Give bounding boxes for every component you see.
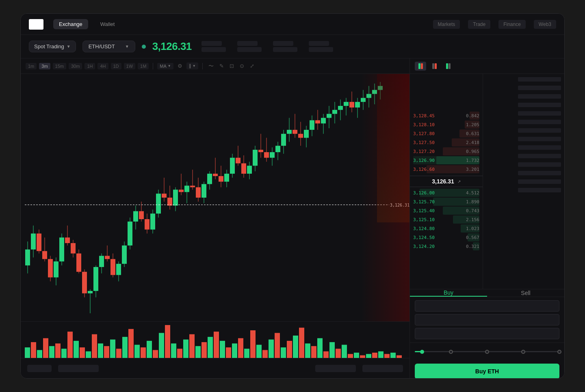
rt-row-9 <box>486 144 561 151</box>
slider-handle-25[interactable] <box>449 350 453 354</box>
bid-row-1: 3,126.00 4.512 <box>413 189 479 197</box>
sell-tab[interactable]: Sell <box>487 289 564 297</box>
ask-row-6: 3,126.90 1.732 <box>413 156 479 164</box>
stat-value-3 <box>309 47 333 52</box>
ask-size-3: 0.631 <box>455 131 479 136</box>
slider-area <box>410 342 564 360</box>
bids-section: 3,126.00 4.512 3,125.70 1.890 3,125.40 0… <box>410 187 483 289</box>
trade-tabs: Buy Sell <box>410 289 564 297</box>
wallet-nav-btn[interactable]: Wallet <box>95 19 121 29</box>
rt-row-10 <box>486 152 561 159</box>
svg-rect-1 <box>34 21 38 25</box>
bottom-btn-4[interactable] <box>362 365 403 372</box>
stat-value-1 <box>237 47 262 52</box>
rt-bar-12 <box>518 171 561 175</box>
bid-row-6: 3,124.50 0.567 <box>413 233 479 241</box>
pair-selector[interactable]: ETH/USDT ▼ <box>82 41 135 52</box>
ma-label: MA <box>160 64 167 69</box>
header: Exchange Wallet Markets Trade Finance We… <box>21 14 564 35</box>
buy-submit-btn[interactable]: Buy ETH <box>415 364 559 378</box>
rt-row-8 <box>486 135 561 142</box>
tf-1w[interactable]: 1W <box>124 63 136 69</box>
fullscreen-icon[interactable]: ⤢ <box>248 62 256 70</box>
recent-trades-panel <box>483 74 564 289</box>
rt-row-1 <box>486 75 561 83</box>
tf-1m[interactable]: 1m <box>26 63 37 69</box>
total-input[interactable] <box>415 328 559 339</box>
bid-size-3: 0.743 <box>455 208 479 213</box>
stat-col-0 <box>202 41 226 52</box>
ask-size-5: 0.965 <box>455 149 479 154</box>
ask-price-3: 3,127.80 <box>413 131 455 136</box>
slider-handle-0[interactable] <box>420 350 424 354</box>
price-input[interactable] <box>415 300 559 312</box>
tf-1h[interactable]: 1H <box>84 63 95 69</box>
ob-view-both[interactable] <box>415 62 426 71</box>
rt-bar-2 <box>518 86 561 90</box>
rt-bar-8 <box>518 137 561 141</box>
rt-bar-1 <box>518 77 561 82</box>
indicator-settings-icon[interactable]: ⚙ <box>176 62 184 70</box>
slider-handle-100[interactable] <box>557 350 561 354</box>
ask-row-3: 3,127.80 0.631 <box>413 129 479 138</box>
trade-link[interactable]: Trade <box>468 20 490 29</box>
spot-trading-label: Spot Trading <box>34 43 64 50</box>
finance-link[interactable]: Finance <box>498 20 526 29</box>
rt-row-7 <box>486 127 561 134</box>
candlestick-chart <box>21 74 410 321</box>
ma-indicator[interactable]: MA ▼ <box>157 63 173 69</box>
bottom-btn-3[interactable] <box>315 365 356 372</box>
slider-handle-50[interactable] <box>485 350 489 354</box>
bottom-bar <box>21 358 410 378</box>
ask-row-7: 3,126.60 3.201 <box>413 165 479 173</box>
camera-tool-icon[interactable]: ⊡ <box>228 62 236 70</box>
volume-area <box>21 321 410 358</box>
boll-indicator[interactable]: ∥ ▼ <box>186 62 198 69</box>
tf-30m[interactable]: 30m <box>69 63 82 69</box>
ob-body: 3,128.45 0.842 3,128.10 1.205 3,127.80 0… <box>410 74 564 289</box>
tf-1mo[interactable]: 1M <box>138 63 149 69</box>
rt-row-6 <box>486 118 561 125</box>
ob-mid-price: 3,126.31 ↗ <box>410 176 483 187</box>
ask-row-5: 3,127.20 0.965 <box>413 147 479 155</box>
price-status-dot <box>142 45 146 49</box>
toolbar-divider <box>153 63 153 69</box>
rt-bar-4 <box>518 103 561 107</box>
tf-15m[interactable]: 15m <box>53 63 66 69</box>
ask-size-6: 1.732 <box>455 158 479 163</box>
bid-row-2: 3,125.70 1.890 <box>413 198 479 206</box>
settings-tool-icon[interactable]: ⊙ <box>238 62 246 70</box>
amount-input[interactable] <box>415 314 559 325</box>
draw-tool-icon[interactable]: ✎ <box>218 62 225 70</box>
ask-size-7: 3.201 <box>455 167 479 172</box>
markets-link[interactable]: Markets <box>433 20 460 29</box>
bottom-btn-2[interactable] <box>58 365 99 372</box>
ob-view-asks[interactable] <box>429 62 440 71</box>
current-price: 3,126.31 <box>152 40 192 53</box>
bottom-btn-1[interactable] <box>27 365 52 372</box>
spot-trading-dropdown[interactable]: Spot Trading ▼ <box>29 41 76 52</box>
logo <box>29 19 43 30</box>
bid-price-3: 3,125.40 <box>413 208 455 213</box>
slider-handle-75[interactable] <box>521 350 525 354</box>
stat-col-3 <box>309 41 333 52</box>
tf-4h[interactable]: 4H <box>98 63 108 69</box>
rt-row-12 <box>486 169 561 177</box>
ask-price-5: 3,127.20 <box>413 149 455 154</box>
ob-view-bids[interactable] <box>442 62 454 71</box>
amount-slider-track[interactable] <box>415 351 559 352</box>
line-tool-icon[interactable]: 〜 <box>207 62 215 71</box>
bid-price-5: 3,124.80 <box>413 226 455 231</box>
tf-3m[interactable]: 3m <box>39 63 50 69</box>
rt-row-14 <box>486 186 561 194</box>
web3-link[interactable]: Web3 <box>534 20 556 29</box>
rt-row-13 <box>486 178 561 185</box>
rt-bar-3 <box>518 94 561 99</box>
buy-tab[interactable]: Buy <box>410 289 487 297</box>
tf-1d[interactable]: 1D <box>111 63 121 69</box>
exchange-nav-btn[interactable]: Exchange <box>53 19 88 29</box>
bid-row-3: 3,125.40 0.743 <box>413 207 479 215</box>
stat-label-1 <box>237 41 258 46</box>
bid-size-2: 1.890 <box>455 199 479 205</box>
ask-price-4: 3,127.50 <box>413 140 455 145</box>
